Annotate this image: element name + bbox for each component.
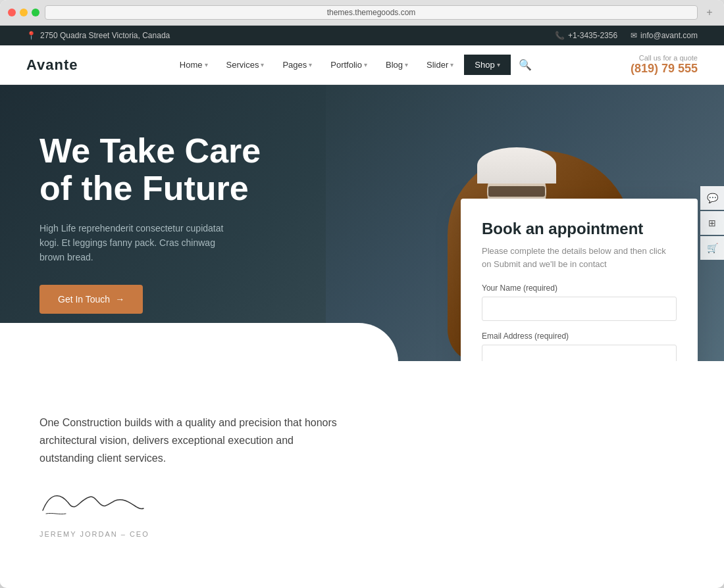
phone-icon: 📞 xyxy=(555,31,565,40)
person-glasses xyxy=(488,186,545,197)
nav-links: Home ▾ Services ▾ Pages ▾ Portfolio ▾ Bl… xyxy=(172,53,537,76)
email-text: info@avant.com xyxy=(640,31,698,40)
phone-text: +1-3435-2356 xyxy=(568,31,617,40)
nav-item-shop[interactable]: Shop ▾ xyxy=(464,55,510,75)
hero-content: We Take Care of the Future High Life rep… xyxy=(0,132,329,314)
close-button[interactable] xyxy=(8,9,16,16)
lower-section: One Construction builds with a quality a… xyxy=(0,361,724,585)
address-bar[interactable]: themes.themegoods.com xyxy=(45,5,698,20)
name-input[interactable] xyxy=(482,297,677,321)
chevron-down-icon: ▾ xyxy=(205,61,208,68)
cart-icon[interactable]: 🛒 xyxy=(700,236,724,260)
email-label: Email Address (required) xyxy=(482,331,677,341)
address-info: 📍 2750 Quadra Street Victoria, Canada xyxy=(26,31,170,40)
hero-description: High Life reprehenderit consectetur cupi… xyxy=(39,221,237,265)
maximize-button[interactable] xyxy=(32,9,39,16)
chevron-down-icon: ▾ xyxy=(405,61,408,68)
name-field: Your Name (required) xyxy=(482,283,677,321)
chat-icon[interactable]: 💬 xyxy=(700,186,724,210)
email-field: Email Address (required) xyxy=(482,331,677,361)
new-tab-button[interactable]: + xyxy=(703,6,716,19)
call-label: Call us for a quote xyxy=(631,54,698,62)
grid-icon[interactable]: ⊞ xyxy=(700,211,724,235)
ceo-signature xyxy=(39,487,342,525)
contact-info: 📞 +1-3435-2356 ✉ info@avant.com xyxy=(555,31,698,40)
phone-info: 📞 +1-3435-2356 xyxy=(555,31,617,40)
site-logo[interactable]: Avante xyxy=(26,57,78,74)
ceo-label: JEREMY JORDAN – CEO xyxy=(39,530,342,538)
chevron-down-icon: ▾ xyxy=(261,61,264,68)
nav-item-services[interactable]: Services ▾ xyxy=(219,55,272,75)
nav-item-portfolio[interactable]: Portfolio ▾ xyxy=(323,55,375,75)
appointment-title: Book an appointment xyxy=(482,220,677,238)
hero-title: We Take Care of the Future xyxy=(39,132,290,207)
get-in-touch-button[interactable]: Get In Touch → xyxy=(39,285,143,314)
lower-content: One Construction builds with a quality a… xyxy=(39,414,342,545)
email-icon: ✉ xyxy=(631,31,637,40)
appointment-card: Book an appointment Please complete the … xyxy=(461,199,698,361)
chevron-down-icon: ▾ xyxy=(364,61,367,68)
chevron-down-icon: ▾ xyxy=(450,61,453,68)
appointment-description: Please complete the details below and th… xyxy=(482,245,677,270)
sidebar-icons: 💬 ⊞ 🛒 xyxy=(700,186,724,260)
person-hair xyxy=(477,147,556,184)
chevron-down-icon: ▾ xyxy=(497,61,500,68)
chevron-down-icon: ▾ xyxy=(309,61,312,68)
search-button[interactable]: 🔍 xyxy=(513,53,537,76)
email-info: ✉ info@avant.com xyxy=(631,31,698,40)
address-text: 2750 Quadra Street Victoria, Canada xyxy=(40,31,170,40)
lower-description: One Construction builds with a quality a… xyxy=(39,414,342,468)
minimize-button[interactable] xyxy=(20,9,28,16)
nav-item-home[interactable]: Home ▾ xyxy=(172,55,216,75)
email-input[interactable] xyxy=(482,345,677,361)
browser-window: themes.themegoods.com + 📍 2750 Quadra St… xyxy=(0,0,724,588)
nav-item-blog[interactable]: Blog ▾ xyxy=(378,55,416,75)
call-number: (819) 79 555 xyxy=(631,62,698,75)
nav-item-slider[interactable]: Slider ▾ xyxy=(419,55,461,75)
signature-svg xyxy=(39,487,145,520)
hero-section: We Take Care of the Future High Life rep… xyxy=(0,85,724,361)
quote-section: Call us for a quote (819) 79 555 xyxy=(631,54,698,76)
traffic-lights xyxy=(8,9,39,16)
name-label: Your Name (required) xyxy=(482,283,677,293)
nav-item-pages[interactable]: Pages ▾ xyxy=(274,55,320,75)
navbar: Avante Home ▾ Services ▾ Pages ▾ Portfol… xyxy=(0,45,724,85)
top-bar: 📍 2750 Quadra Street Victoria, Canada 📞 … xyxy=(0,26,724,45)
browser-chrome: themes.themegoods.com + xyxy=(0,0,724,26)
location-icon: 📍 xyxy=(26,31,36,40)
arrow-icon: → xyxy=(115,294,124,305)
